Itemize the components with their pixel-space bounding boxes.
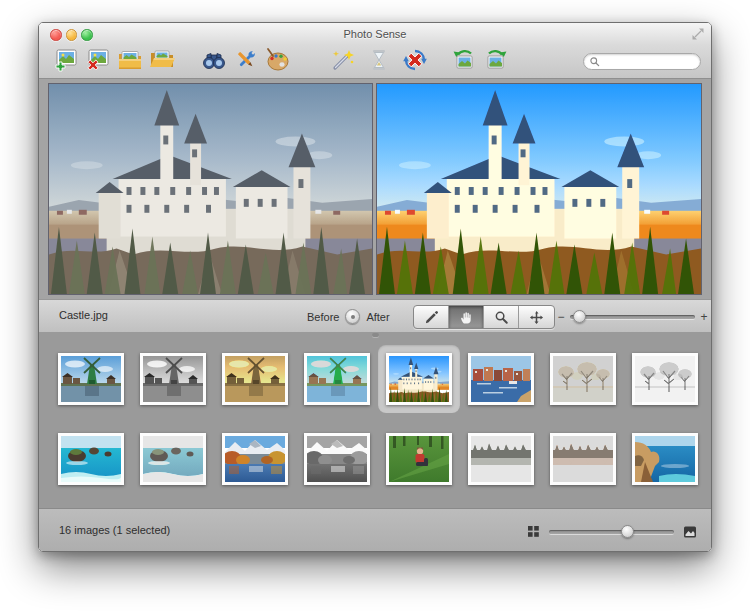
thumbnail-reflection-faded-pink[interactable] <box>542 425 624 493</box>
brush-tool-button[interactable] <box>414 306 449 328</box>
add-photos-icon <box>53 47 79 73</box>
thumbnail-beach-faded-blue[interactable] <box>132 425 214 493</box>
thumbnail-windmill-bright[interactable] <box>296 345 378 413</box>
effects-button[interactable] <box>265 47 291 73</box>
thumbnail-frame <box>222 433 288 485</box>
thumbnail-windmill-color[interactable] <box>50 345 132 413</box>
rotate-right-button[interactable] <box>483 47 509 73</box>
thumbnail-beach-color[interactable] <box>50 425 132 493</box>
person-thumbnail-image <box>389 436 449 482</box>
thumbnail-frame <box>386 433 452 485</box>
splitter-handle[interactable] <box>372 333 379 337</box>
selected-filename: Castle.jpg <box>59 309 108 321</box>
beach-thumbnail-image <box>143 436 203 482</box>
thumbnail-frame <box>304 353 370 405</box>
preview-zoom-control: − + <box>555 300 710 333</box>
open-folder-button[interactable] <box>149 47 175 73</box>
harbor-thumbnail-image <box>471 356 531 402</box>
image-count-status: 16 images (1 selected) <box>59 524 170 536</box>
move-tool-button[interactable] <box>519 306 554 328</box>
edit-tools-button[interactable] <box>233 47 259 73</box>
beach-thumbnail-image <box>61 436 121 482</box>
view-tool-segment <box>413 305 555 329</box>
preview-controlbar: Castle.jpg Before After − + <box>39 299 711 332</box>
windmill-thumbnail-image <box>61 356 121 402</box>
thumbnail-harbor-color[interactable] <box>460 345 542 413</box>
coast-thumbnail-image <box>635 436 695 482</box>
toolbar-group <box>53 47 175 73</box>
thumbnail-frame <box>140 433 206 485</box>
thumbnail-landscape-faded-sepia[interactable] <box>542 345 624 413</box>
thumbnail-frame <box>140 353 206 405</box>
add-photos-button[interactable] <box>53 47 79 73</box>
rotate-left-button[interactable] <box>451 47 477 73</box>
after-image-render <box>377 84 701 294</box>
thumbnail-frame <box>222 353 288 405</box>
move-tool-icon <box>529 310 544 325</box>
windmill-thumbnail-image <box>143 356 203 402</box>
before-image-render <box>49 84 372 294</box>
add-folder-button[interactable] <box>117 47 143 73</box>
thumbnail-person-color[interactable] <box>378 425 460 493</box>
rotate-right-icon <box>483 47 509 73</box>
before-image[interactable] <box>48 83 373 295</box>
effects-icon <box>265 47 291 73</box>
window-title: Photo Sense <box>39 28 711 40</box>
thumbnail-windmill-bw[interactable] <box>132 345 214 413</box>
preview-button[interactable] <box>201 47 227 73</box>
preview-area <box>39 79 711 299</box>
hand-tool-button[interactable] <box>449 306 484 328</box>
large-thumbnails-icon <box>683 525 697 539</box>
thumb-size-slider[interactable] <box>549 530 674 534</box>
hand-tool-icon <box>459 310 474 325</box>
before-after-toggle[interactable] <box>345 309 360 324</box>
enhance-button[interactable] <box>330 47 356 73</box>
thumbnail-frame <box>550 433 616 485</box>
thumbnail-frame <box>468 433 534 485</box>
zoom-in-label[interactable]: + <box>698 310 710 324</box>
reflection-thumbnail-image <box>471 436 531 482</box>
thumbnail-lake-bw[interactable] <box>296 425 378 493</box>
brush-tool-icon <box>424 310 439 325</box>
thumbnail-lake-color[interactable] <box>214 425 296 493</box>
thumbnail-frame <box>386 353 452 405</box>
thumbnail-browser <box>39 332 711 508</box>
window-chrome: Photo Sense <box>39 23 711 79</box>
add-folder-icon <box>117 47 143 73</box>
statusbar: 16 images (1 selected) <box>39 508 711 552</box>
small-thumbnails-icon <box>527 525 540 538</box>
before-after-control: Before After <box>307 300 390 333</box>
cancel-button[interactable] <box>402 47 428 73</box>
zoom-tool-button[interactable] <box>484 306 519 328</box>
thumbnail-frame <box>632 353 698 405</box>
zoom-out-label[interactable]: − <box>555 310 567 324</box>
after-image[interactable] <box>376 83 702 295</box>
thumbnail-frame <box>632 433 698 485</box>
castle-thumbnail-image <box>389 356 449 402</box>
toolbar-group <box>451 47 509 73</box>
edit-tools-icon <box>233 47 259 73</box>
remove-photos-button[interactable] <box>85 47 111 73</box>
thumbnail-frame <box>304 433 370 485</box>
thumbnail-windmill-sepia[interactable] <box>214 345 296 413</box>
remove-photos-icon <box>85 47 111 73</box>
thumbnail-landscape-pencil[interactable] <box>624 345 706 413</box>
search-input[interactable] <box>583 53 701 70</box>
queue-button[interactable] <box>366 47 392 73</box>
before-label: Before <box>307 311 339 323</box>
reflection-thumbnail-image <box>553 436 613 482</box>
thumbnail-frame <box>58 433 124 485</box>
lake-thumbnail-image <box>225 436 285 482</box>
thumb-size-knob[interactable] <box>621 525 634 538</box>
enhance-icon <box>330 47 356 73</box>
preview-icon <box>201 47 227 73</box>
thumbnail-coast-color[interactable] <box>624 425 706 493</box>
fullscreen-resize-icon[interactable] <box>691 27 705 41</box>
toolbar <box>39 47 711 79</box>
zoom-tool-icon <box>494 310 509 325</box>
preview-zoom-knob[interactable] <box>573 310 586 323</box>
thumbnail-reflection-faded-green[interactable] <box>460 425 542 493</box>
thumbnail-castle-vivid-selected[interactable] <box>378 345 460 413</box>
after-label: After <box>366 311 389 323</box>
preview-zoom-slider[interactable] <box>570 315 695 319</box>
